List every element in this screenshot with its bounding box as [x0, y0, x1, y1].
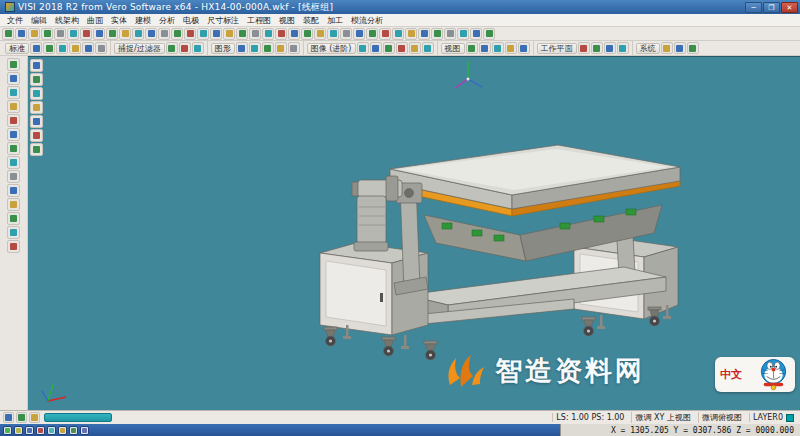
toolbar-icon[interactable]: [7, 212, 20, 225]
toolbar-icon[interactable]: [7, 100, 20, 113]
toolbar-icon[interactable]: [132, 28, 144, 40]
toolbar-icon[interactable]: [30, 59, 43, 72]
toolbar-icon[interactable]: [492, 42, 504, 54]
toolbar-group-label[interactable]: 视图: [441, 43, 465, 54]
toolbar-icon[interactable]: [28, 28, 40, 40]
quick-tool-icon[interactable]: [3, 426, 12, 435]
toolbar-icon[interactable]: [236, 42, 248, 54]
menu-item[interactable]: 模流分析: [347, 15, 387, 26]
toolbar-icon[interactable]: [30, 73, 43, 86]
toolbar-icon[interactable]: [275, 28, 287, 40]
toolbar-icon[interactable]: [7, 58, 20, 71]
minimize-button[interactable]: ─: [745, 2, 762, 13]
toolbar-icon[interactable]: [179, 42, 191, 54]
toolbar-icon[interactable]: [69, 42, 81, 54]
toolbar-icon[interactable]: [431, 28, 443, 40]
toolbar-icon[interactable]: [15, 28, 27, 40]
menu-item[interactable]: 实体: [107, 15, 131, 26]
toolbar-icon[interactable]: [43, 42, 55, 54]
toolbar-icon[interactable]: [262, 42, 274, 54]
status-tool-icon[interactable]: [3, 412, 14, 423]
toolbar-icon[interactable]: [171, 28, 183, 40]
toolbar-icon[interactable]: [7, 198, 20, 211]
toolbar-icon[interactable]: [30, 87, 43, 100]
toolbar-icon[interactable]: [7, 86, 20, 99]
3d-viewport[interactable]: 智造资料网 中文: [28, 56, 800, 410]
toolbar-icon[interactable]: [2, 28, 14, 40]
toolbar-icon[interactable]: [379, 28, 391, 40]
toolbar-icon[interactable]: [314, 28, 326, 40]
toolbar-icon[interactable]: [405, 28, 417, 40]
quick-tool-icon[interactable]: [69, 426, 78, 435]
toolbar-icon[interactable]: [67, 28, 79, 40]
toolbar-group-label[interactable]: 工作平面: [537, 43, 577, 54]
quick-tool-icon[interactable]: [58, 426, 67, 435]
menu-item[interactable]: 分析: [155, 15, 179, 26]
toolbar-icon[interactable]: [687, 42, 699, 54]
toolbar-icon[interactable]: [444, 28, 456, 40]
quick-tool-icon[interactable]: [80, 426, 89, 435]
toolbar-icon[interactable]: [288, 28, 300, 40]
menu-item[interactable]: 工程图: [243, 15, 275, 26]
menu-item[interactable]: 编辑: [27, 15, 51, 26]
menu-item[interactable]: 文件: [3, 15, 27, 26]
view-field-a[interactable]: 微调 XY 上视图: [631, 412, 693, 423]
menu-item[interactable]: 装配: [299, 15, 323, 26]
menu-item[interactable]: 线架构: [51, 15, 83, 26]
toolbar-icon[interactable]: [93, 28, 105, 40]
toolbar-icon[interactable]: [119, 28, 131, 40]
toolbar-icon[interactable]: [505, 42, 517, 54]
toolbar-icon[interactable]: [357, 42, 369, 54]
toolbar-icon[interactable]: [7, 114, 20, 127]
toolbar-icon[interactable]: [80, 28, 92, 40]
toolbar-icon[interactable]: [30, 115, 43, 128]
quick-tool-icon[interactable]: [36, 426, 45, 435]
toolbar-icon[interactable]: [370, 42, 382, 54]
toolbar-icon[interactable]: [275, 42, 287, 54]
snap-mode-chip[interactable]: [44, 413, 112, 422]
toolbar-icon[interactable]: [7, 156, 20, 169]
quick-tool-icon[interactable]: [25, 426, 34, 435]
toolbar-icon[interactable]: [327, 28, 339, 40]
toolbar-icon[interactable]: [661, 42, 673, 54]
status-tool-icon[interactable]: [16, 412, 27, 423]
toolbar-icon[interactable]: [392, 28, 404, 40]
toolbar-icon[interactable]: [604, 42, 616, 54]
toolbar-icon[interactable]: [223, 28, 235, 40]
toolbar-group-label[interactable]: 图像 (进阶): [307, 43, 356, 54]
viewport-canvas[interactable]: [28, 57, 800, 410]
menu-item[interactable]: 视图: [275, 15, 299, 26]
menu-item[interactable]: 尺寸标注: [203, 15, 243, 26]
toolbar-icon[interactable]: [483, 28, 495, 40]
toolbar-icon[interactable]: [30, 42, 42, 54]
toolbar-icon[interactable]: [7, 240, 20, 253]
machine-3d-model[interactable]: [320, 145, 680, 360]
toolbar-icon[interactable]: [30, 129, 43, 142]
toolbar-icon[interactable]: [166, 42, 178, 54]
view-field-b[interactable]: 微调俯视图: [698, 412, 745, 423]
toolbar-icon[interactable]: [466, 42, 478, 54]
toolbar-group-label[interactable]: 系统: [636, 43, 660, 54]
toolbar-icon[interactable]: [184, 28, 196, 40]
toolbar-icon[interactable]: [7, 72, 20, 85]
toolbar-icon[interactable]: [41, 28, 53, 40]
toolbar-icon[interactable]: [578, 42, 590, 54]
toolbar-icon[interactable]: [82, 42, 94, 54]
quick-tool-icon[interactable]: [14, 426, 23, 435]
toolbar-icon[interactable]: [7, 226, 20, 239]
toolbar-icon[interactable]: [353, 28, 365, 40]
toolbar-icon[interactable]: [396, 42, 408, 54]
toolbar-icon[interactable]: [249, 42, 261, 54]
toolbar-icon[interactable]: [7, 170, 20, 183]
toolbar-icon[interactable]: [518, 42, 530, 54]
toolbar-icon[interactable]: [457, 28, 469, 40]
toolbar-icon[interactable]: [7, 128, 20, 141]
toolbar-icon[interactable]: [54, 28, 66, 40]
toolbar-icon[interactable]: [7, 142, 20, 155]
toolbar-icon[interactable]: [470, 28, 482, 40]
toolbar-icon[interactable]: [30, 101, 43, 114]
toolbar-icon[interactable]: [56, 42, 68, 54]
toolbar-icon[interactable]: [301, 28, 313, 40]
toolbar-icon[interactable]: [30, 143, 43, 156]
toolbar-icon[interactable]: [288, 42, 300, 54]
